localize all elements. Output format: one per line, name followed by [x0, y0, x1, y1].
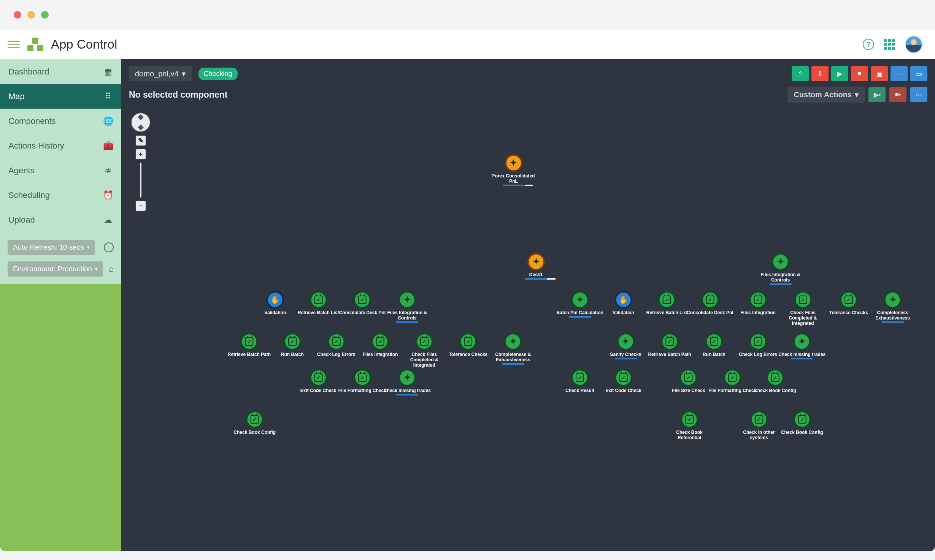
briefcase-button[interactable]: ▭ [910, 66, 927, 81]
graph-node[interactable]: Files Integration & Controls [387, 291, 427, 323]
environment-dropdown[interactable]: Environment: Production▾ [8, 261, 103, 277]
sub-more-button[interactable]: ⋯ [910, 87, 927, 102]
node-label: Retrieve Batch Path [228, 352, 271, 357]
puzzle-icon [504, 333, 522, 350]
node-label: Check Book Referential [676, 430, 702, 440]
sidebar-item-scheduling[interactable]: Scheduling⏰ [0, 183, 121, 207]
node-label: Retrieve Batch List [298, 310, 339, 315]
graph-node[interactable]: Check Log Errors [739, 333, 777, 357]
node-label: Check in other systems [743, 430, 775, 440]
sidebar-item-map[interactable]: Map⠿ [0, 84, 121, 109]
calendar-check-icon [749, 291, 767, 308]
node-label: Check Log Errors [317, 352, 356, 357]
graph-node[interactable]: Check Book Referential [676, 411, 702, 440]
sidebar-item-dashboard[interactable]: Dashboard▦ [0, 59, 121, 84]
graph-node[interactable]: File Formatting Check [708, 369, 756, 393]
help-icon[interactable]: ? [863, 39, 874, 50]
graph-node[interactable]: Forex Consolidated PnL [492, 154, 535, 186]
stop-all-button[interactable]: ▣ [871, 66, 888, 81]
sub-play-button[interactable]: ▶▾ [868, 87, 886, 102]
graph-node[interactable]: Run Batch [703, 333, 725, 357]
node-label: Check Book Config [233, 430, 276, 435]
puzzle-icon [505, 154, 522, 172]
user-avatar[interactable] [905, 35, 923, 54]
sidebar-item-components[interactable]: Components🌐 [0, 109, 121, 133]
sidebar-item-actions-history[interactable]: Actions History🧰 [0, 133, 121, 158]
play-button[interactable]: ▶ [831, 66, 848, 81]
progress-underline [396, 394, 418, 395]
zoom-slider[interactable] [140, 163, 141, 198]
calendar-check-icon [371, 333, 389, 350]
window-close-dot[interactable] [14, 11, 21, 19]
auto-refresh-dropdown[interactable]: Auto Refresh: 10 secs▾ [8, 240, 95, 255]
graph-node[interactable]: Files Integration [740, 291, 776, 315]
graph-node[interactable]: Retrieve Batch Path [228, 333, 271, 357]
sidebar-item-agents[interactable]: Agents≉ [0, 158, 121, 183]
graph-node[interactable]: Check in other systems [743, 411, 775, 440]
graph-node[interactable]: Check missing trades [384, 369, 431, 395]
graph-node[interactable]: Desk1 [525, 253, 547, 280]
graph-node[interactable]: Check Files Completed & Integrated [789, 291, 817, 326]
graph-node[interactable]: Retrieve Batch List [298, 291, 339, 315]
graph-node[interactable]: Exit Code Check [605, 369, 641, 393]
graph-node[interactable]: File Size Check [672, 369, 705, 393]
node-label: Tolerance Checks [449, 352, 487, 357]
graph-node[interactable]: Files Integration [363, 333, 398, 357]
custom-actions-dropdown[interactable]: Custom Actions▾ [787, 87, 865, 103]
graph-node[interactable]: Exit Code Check [300, 369, 337, 393]
menu-toggle-icon[interactable] [8, 38, 20, 51]
graph-node[interactable]: Check missing trades [778, 333, 825, 359]
home-icon[interactable]: ⌂ [109, 264, 114, 274]
progress-underline [614, 358, 637, 359]
graph-node[interactable]: Check Book Config [233, 411, 276, 435]
node-label: Run Batch [281, 352, 304, 357]
graph-node[interactable]: Check Log Errors [317, 333, 356, 357]
map-canvas[interactable]: demo_pnl,v4▾ Checking ⇪ ⇩ ▶ ■ ▣ ⋯ ▭ No s… [121, 59, 935, 551]
node-label: Retrieve Batch Path [648, 352, 691, 357]
refresh-icon[interactable] [104, 242, 114, 252]
calendar-check-icon [680, 369, 697, 386]
graph-node[interactable]: Consolidate Desk Pnl [339, 291, 386, 315]
graph-node[interactable]: File Formatting Check [338, 369, 386, 393]
graph-node[interactable]: Completeness Exhaustiveness [875, 291, 910, 323]
progress-underline [396, 321, 418, 323]
window-minimize-dot[interactable] [27, 11, 35, 19]
calendar-check-icon [310, 369, 327, 386]
progress-underline [502, 363, 524, 365]
agents-icon: ≉ [103, 166, 113, 176]
graph-node[interactable]: Completeness & Exhaustiveness [495, 333, 531, 365]
graph-node[interactable]: Batch Pnl Calculation [556, 291, 603, 318]
stop-button[interactable]: ■ [851, 66, 868, 81]
sub-stop-button[interactable]: ■▾ [889, 87, 906, 102]
graph-node[interactable]: Validation [265, 291, 286, 315]
graph-node[interactable]: Tolerance Checks [449, 333, 487, 357]
import-button[interactable]: ⇩ [811, 66, 829, 81]
puzzle-icon [398, 291, 416, 308]
calendar-check-icon [354, 369, 371, 386]
window-zoom-dot[interactable] [41, 11, 49, 19]
graph-node[interactable]: Check Book Config [781, 411, 823, 435]
graph-node[interactable]: Check Book Config [754, 369, 796, 393]
zoom-in-button[interactable]: + [135, 149, 146, 160]
graph-node[interactable]: Retrieve Batch List [646, 291, 688, 315]
map-controls: ✎ + − [131, 112, 151, 211]
app-title: App Control [51, 37, 117, 52]
sidebar: Dashboard▦Map⠿Components🌐Actions History… [0, 59, 121, 551]
graph-node[interactable]: Files Integration & Controls [760, 253, 800, 285]
graph-node[interactable]: Run Batch [281, 333, 304, 357]
graph-node[interactable]: Sanity Checks [610, 333, 641, 359]
more-button[interactable]: ⋯ [891, 66, 908, 81]
sidebar-item-label: Upload [8, 215, 35, 225]
export-button[interactable]: ⇪ [792, 66, 809, 81]
graph-node[interactable]: Validation [613, 291, 634, 315]
graph-node[interactable]: Consolidate Desk Pnl [687, 291, 733, 315]
graph-node[interactable]: Retrieve Batch Path [648, 333, 691, 357]
edit-tool-icon[interactable]: ✎ [135, 135, 146, 146]
zoom-out-button[interactable]: − [135, 201, 146, 211]
graph-node[interactable]: Check Files Completed & Integrated [410, 333, 438, 368]
puzzle-icon [884, 291, 902, 308]
graph-node[interactable]: Tolerance Checks [829, 291, 868, 315]
graph-node[interactable]: Check Result [565, 369, 594, 393]
apps-grid-icon[interactable] [884, 39, 895, 50]
sidebar-item-upload[interactable]: Upload☁ [0, 207, 121, 232]
